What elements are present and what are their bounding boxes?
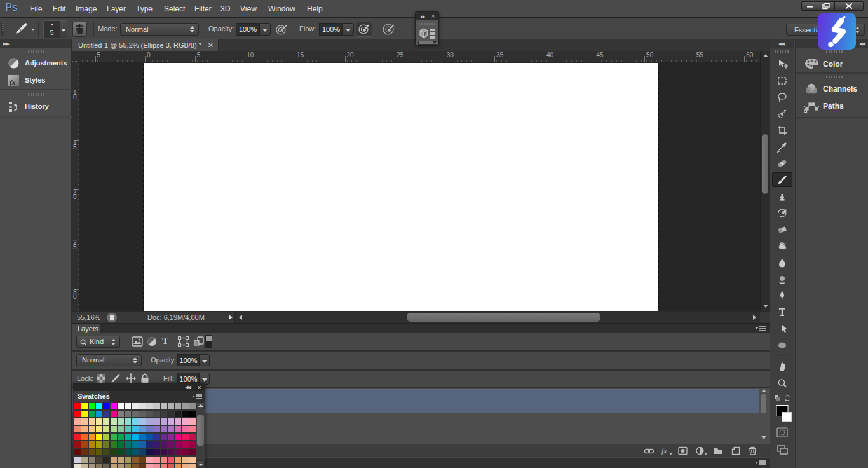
svg-text:fx: fx: [10, 78, 16, 86]
svg-text:fx: fx: [661, 446, 667, 455]
